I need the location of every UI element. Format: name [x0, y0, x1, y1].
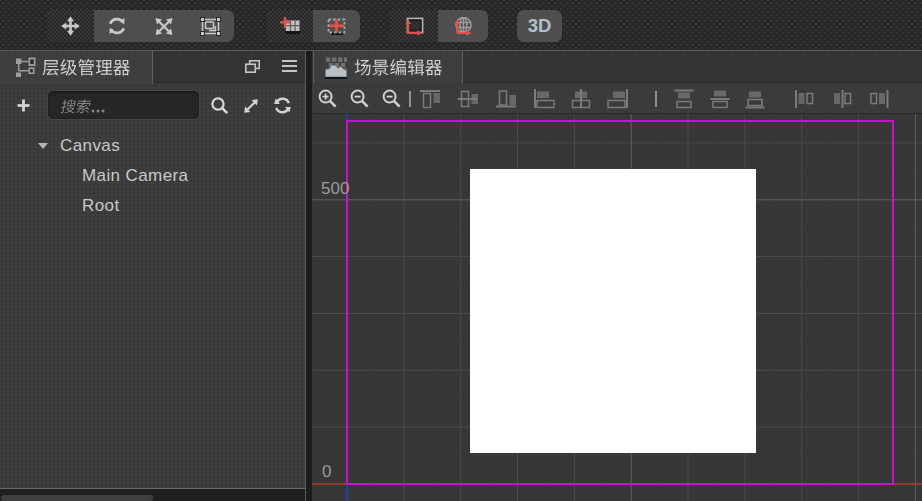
svg-text:0: 0 [322, 462, 331, 481]
svg-text:500: 500 [321, 179, 349, 198]
